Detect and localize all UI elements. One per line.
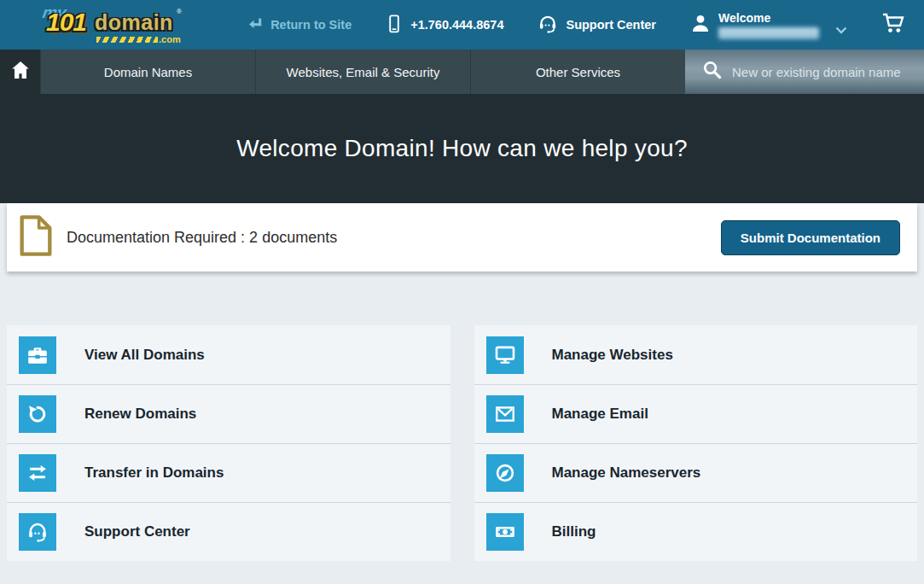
compass-icon	[486, 454, 524, 492]
money-bill-icon	[486, 513, 524, 551]
mobile-phone-icon	[386, 15, 403, 36]
welcome-label: Welcome	[718, 11, 819, 25]
headset-icon	[19, 513, 56, 551]
nav-item-domain-names[interactable]: Domain Names	[40, 50, 255, 94]
menu-item-billing[interactable]: Billing	[474, 502, 918, 561]
logo-registered-mark: ®	[177, 8, 182, 15]
user-icon	[690, 13, 711, 37]
quick-menu: View All Domains Renew Domains Transfer …	[7, 325, 917, 561]
main-nav: Domain Names Websites, Email & Security …	[0, 50, 924, 94]
cart-button[interactable]	[881, 12, 907, 38]
monitor-icon	[486, 336, 524, 374]
menu-item-renew-domains[interactable]: Renew Domains	[7, 384, 450, 443]
quick-menu-right-column: Manage Websites Manage Email Manage Name…	[474, 325, 918, 561]
menu-label: Support Center	[84, 523, 190, 540]
search-icon	[702, 60, 723, 84]
return-to-site-link[interactable]: Return to Site	[248, 16, 352, 33]
nav-item-websites-email-security[interactable]: Websites, Email & Security	[255, 50, 470, 94]
logo-word: domain	[95, 10, 173, 35]
phone-link[interactable]: +1.760.444.8674	[386, 15, 503, 36]
envelope-icon	[486, 395, 524, 433]
hero-title: Welcome Domain! How can we help you?	[236, 135, 688, 162]
menu-label: Renew Domains	[84, 406, 196, 423]
menu-item-manage-nameservers[interactable]: Manage Nameservers	[474, 443, 918, 502]
return-to-site-label: Return to Site	[270, 18, 352, 32]
chevron-down-icon	[835, 22, 847, 38]
document-icon	[19, 214, 53, 260]
transfer-icon	[19, 454, 56, 492]
home-nav-button[interactable]	[0, 50, 40, 94]
support-center-label: Support Center	[566, 18, 656, 32]
menu-label: Manage Email	[552, 406, 648, 423]
shopping-cart-icon	[881, 12, 907, 38]
menu-item-manage-email[interactable]: Manage Email	[474, 384, 918, 443]
menu-label: Billing	[552, 523, 596, 540]
menu-item-support-center[interactable]: Support Center	[7, 502, 450, 561]
domain-search-input[interactable]	[732, 65, 920, 79]
support-center-link[interactable]: Support Center	[538, 14, 656, 37]
renew-icon	[19, 395, 56, 433]
menu-label: Transfer in Domains	[84, 464, 224, 482]
nav-label: Other Services	[536, 65, 620, 79]
phone-number: +1.760.444.8674	[410, 18, 503, 32]
hero-banner: Welcome Domain! How can we help you?	[0, 94, 924, 203]
documentation-alert-bar: Documentation Required : 2 documents Sub…	[7, 203, 917, 272]
logo-number: 101	[46, 8, 86, 37]
menu-item-view-all-domains[interactable]: View All Domains	[7, 325, 450, 384]
menu-label: Manage Nameservers	[552, 464, 701, 482]
nav-label: Domain Names	[104, 65, 192, 79]
nav-item-other-services[interactable]: Other Services	[470, 50, 685, 94]
home-icon	[10, 61, 31, 83]
logo[interactable]: my 101 domain .com ®	[12, 3, 187, 47]
account-dropdown[interactable]: Welcome	[690, 11, 847, 39]
nav-label: Websites, Email & Security	[287, 65, 440, 79]
top-bar: my 101 domain .com ® Return to Site	[0, 0, 924, 50]
user-name-redacted	[718, 27, 819, 39]
menu-label: View All Domains	[84, 347, 205, 364]
quick-menu-left-column: View All Domains Renew Domains Transfer …	[7, 325, 450, 561]
return-arrow-icon	[248, 16, 263, 33]
menu-item-transfer-in-domains[interactable]: Transfer in Domains	[7, 443, 450, 502]
briefcase-icon	[19, 336, 56, 374]
logo-stripes	[96, 37, 158, 43]
domain-search-area	[685, 50, 924, 94]
headset-icon	[538, 14, 558, 37]
menu-label: Manage Websites	[552, 347, 673, 364]
menu-item-manage-websites[interactable]: Manage Websites	[474, 325, 918, 384]
logo-tld: .com	[159, 34, 181, 44]
submit-documentation-button[interactable]: Submit Documentation	[721, 220, 900, 255]
documentation-message: Documentation Required : 2 documents	[67, 229, 337, 247]
